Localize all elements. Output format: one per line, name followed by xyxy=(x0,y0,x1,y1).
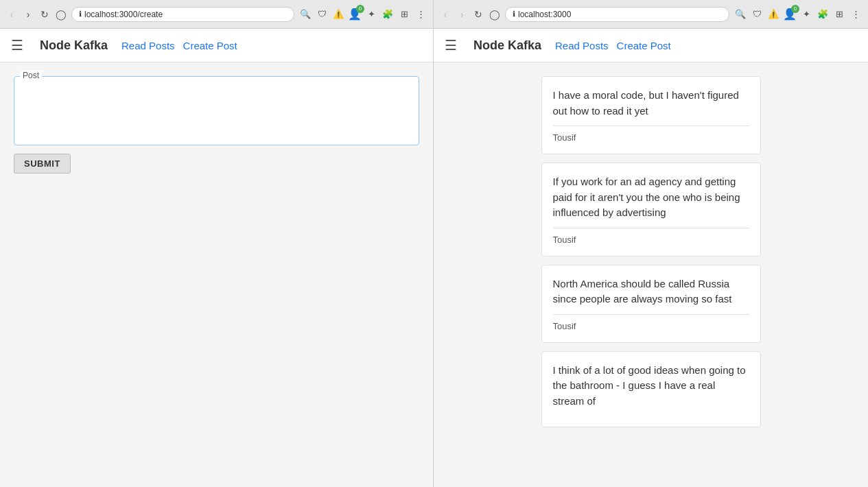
right-puzzle-icon[interactable]: 🧩 xyxy=(816,8,830,21)
left-brand: Node Kafka xyxy=(40,38,108,53)
right-shield-icon[interactable]: 🛡 xyxy=(750,8,764,21)
right-menu-icon[interactable]: ⋮ xyxy=(849,8,863,21)
left-hamburger-icon[interactable]: ☰ xyxy=(11,37,23,54)
right-toolbar-icons: 🔍 🛡 ⚠️ 👤 ✦ 🧩 ⊞ ⋮ xyxy=(734,8,863,21)
post-card: North America should be called Russia si… xyxy=(541,265,761,343)
left-sparkle-icon[interactable]: ✦ xyxy=(364,8,378,21)
post-card: I think of a lot of good ideas when goin… xyxy=(541,351,761,428)
left-lock-icon: ℹ xyxy=(79,10,82,19)
left-navbar: ☰ Node Kafka Read Posts Create Post xyxy=(0,29,433,62)
post-card-divider xyxy=(553,314,749,315)
left-app-content: ☰ Node Kafka Read Posts Create Post Post… xyxy=(0,29,433,487)
post-card: If you work for an ad agency and getting… xyxy=(541,163,761,257)
left-forward-button[interactable]: › xyxy=(22,8,34,21)
right-url: localhost:3000 xyxy=(518,10,571,19)
left-bookmark-button[interactable]: ◯ xyxy=(55,8,67,21)
right-reload-button[interactable]: ↻ xyxy=(472,8,484,21)
right-search-icon[interactable]: 🔍 xyxy=(734,8,747,21)
read-posts-page: I have a moral code, but I haven't figur… xyxy=(434,62,868,487)
right-browser-chrome: ‹ › ↻ ◯ ℹ localhost:3000 🔍 🛡 ⚠️ 👤 ✦ 🧩 ⊞ … xyxy=(434,0,868,29)
post-card-author: Tousif xyxy=(553,132,576,143)
right-forward-button[interactable]: › xyxy=(456,8,468,21)
post-card-text: If you work for an ad agency and getting… xyxy=(553,174,749,221)
dual-browser-layout: ‹ › ↻ ◯ ℹ localhost:3000/create 🔍 🛡 ⚠️ 👤… xyxy=(0,0,868,487)
right-lock-icon: ℹ xyxy=(513,10,515,19)
right-nav-read-posts[interactable]: Read Posts xyxy=(555,40,609,51)
post-card-divider xyxy=(553,228,749,228)
left-reload-button[interactable]: ↻ xyxy=(38,8,51,21)
right-navbar: ☰ Node Kafka Read Posts Create Post xyxy=(434,29,868,62)
right-app-content: ☰ Node Kafka Read Posts Create Post I ha… xyxy=(434,29,868,487)
right-browser: ‹ › ↻ ◯ ℹ localhost:3000 🔍 🛡 ⚠️ 👤 ✦ 🧩 ⊞ … xyxy=(434,0,868,487)
post-card-text: I think of a lot of good ideas when goin… xyxy=(553,363,749,409)
left-puzzle-icon[interactable]: 🧩 xyxy=(381,8,395,21)
left-alert-icon[interactable]: ⚠️ xyxy=(331,8,345,21)
post-card: I have a moral code, but I haven't figur… xyxy=(541,76,761,154)
right-sparkle-icon[interactable]: ✦ xyxy=(799,8,813,21)
right-bookmark-button[interactable]: ◯ xyxy=(489,8,501,21)
post-card-author: Tousif xyxy=(553,321,576,331)
left-extension-icon[interactable]: ⊞ xyxy=(397,8,411,21)
right-navbar-links: Read Posts Create Post xyxy=(555,40,671,51)
post-card-text: I have a moral code, but I haven't figur… xyxy=(553,88,749,119)
left-address-bar[interactable]: ℹ localhost:3000/create xyxy=(71,7,294,22)
left-search-icon[interactable]: 🔍 xyxy=(298,8,312,21)
post-card-author: Tousif xyxy=(553,235,576,245)
right-nav-create-post[interactable]: Create Post xyxy=(617,40,671,51)
right-profile-icon[interactable]: 👤 xyxy=(783,8,797,21)
create-post-page: Post SUBMIT xyxy=(0,62,433,487)
right-hamburger-icon[interactable]: ☰ xyxy=(445,37,457,54)
post-legend: Post xyxy=(20,71,42,80)
right-address-bar[interactable]: ℹ localhost:3000 xyxy=(505,7,729,22)
left-url: localhost:3000/create xyxy=(84,10,163,19)
left-menu-icon[interactable]: ⋮ xyxy=(414,8,427,21)
left-browser-chrome: ‹ › ↻ ◯ ℹ localhost:3000/create 🔍 🛡 ⚠️ 👤… xyxy=(0,0,433,29)
left-profile-icon[interactable]: 👤 xyxy=(348,8,362,21)
right-brand: Node Kafka xyxy=(473,38,541,53)
post-card-text: North America should be called Russia si… xyxy=(553,276,749,307)
post-card-divider xyxy=(553,126,749,126)
left-back-button[interactable]: ‹ xyxy=(5,8,18,21)
right-back-button[interactable]: ‹ xyxy=(439,8,451,21)
left-nav-create-post[interactable]: Create Post xyxy=(183,40,237,51)
post-form: Post SUBMIT xyxy=(14,76,419,174)
post-fieldset: Post xyxy=(14,76,419,145)
posts-list: I have a moral code, but I haven't figur… xyxy=(541,76,761,427)
post-textarea[interactable] xyxy=(20,82,413,137)
left-toolbar-icons: 🔍 🛡 ⚠️ 👤 ✦ 🧩 ⊞ ⋮ xyxy=(298,8,427,21)
left-shield-icon[interactable]: 🛡 xyxy=(315,8,329,21)
submit-button[interactable]: SUBMIT xyxy=(14,154,71,174)
left-nav-read-posts[interactable]: Read Posts xyxy=(121,40,175,51)
right-extension-icon[interactable]: ⊞ xyxy=(832,8,846,21)
left-navbar-links: Read Posts Create Post xyxy=(121,40,237,51)
left-browser: ‹ › ↻ ◯ ℹ localhost:3000/create 🔍 🛡 ⚠️ 👤… xyxy=(0,0,434,487)
right-alert-icon[interactable]: ⚠️ xyxy=(766,8,780,21)
